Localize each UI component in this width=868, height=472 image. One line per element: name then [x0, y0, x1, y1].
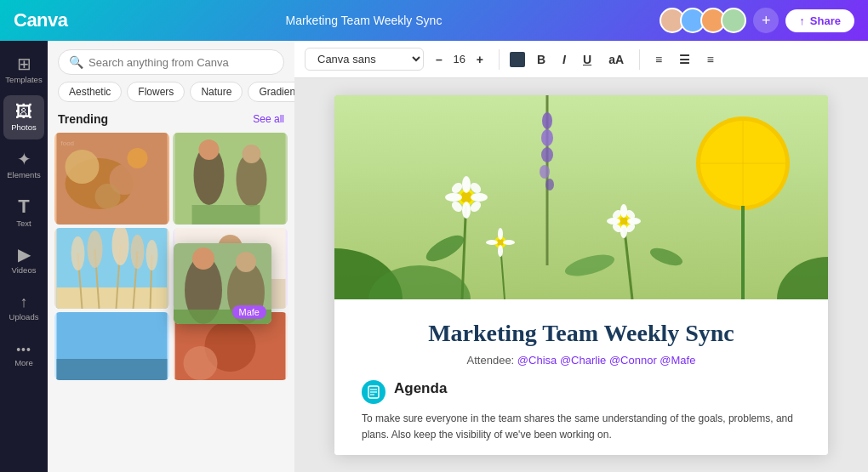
sidebar-label-more: More — [14, 358, 33, 367]
sidebar-item-more[interactable]: ••• More — [3, 333, 44, 378]
photo-grid: food — [48, 133, 294, 472]
photo-thumb-5[interactable] — [173, 228, 288, 309]
svg-point-55 — [540, 165, 550, 179]
text-icon: T — [18, 197, 29, 216]
agenda-content: Agenda — [394, 380, 447, 397]
case-button[interactable]: aA — [603, 49, 629, 70]
svg-point-18 — [131, 235, 145, 269]
sidebar-item-text[interactable]: T Text — [3, 191, 44, 235]
more-icon: ••• — [16, 344, 31, 355]
font-size-control: – 16 + — [431, 49, 488, 70]
search-box[interactable]: 🔍 — [58, 49, 284, 75]
design-canvas: Marketing Team Weekly Sync Attendee: @Ch… — [334, 95, 828, 455]
videos-icon: ▶ — [18, 246, 31, 263]
toolbar: Canva sans – 16 + B I U aA ≡ ☰ ≡ — [294, 41, 868, 78]
photos-search-area: 🔍 — [48, 41, 294, 82]
sidebar-item-elements[interactable]: ✦ Elements — [3, 143, 44, 187]
sidebar-label-elements: Elements — [7, 170, 41, 179]
svg-rect-21 — [57, 359, 168, 380]
topbar-right: + ↑ Share — [660, 8, 854, 33]
photo-col-2 — [173, 133, 288, 472]
share-icon: ↑ — [799, 14, 805, 27]
svg-point-19 — [146, 240, 158, 270]
chip-flowers[interactable]: Flowers — [127, 82, 185, 102]
svg-point-74 — [627, 218, 641, 225]
canvas-area: Marketing Team Weekly Sync Attendee: @Ch… — [294, 78, 868, 472]
canvas-agenda-section: Agenda — [362, 380, 801, 404]
svg-point-62 — [445, 193, 462, 202]
align-center-button[interactable]: ☰ — [674, 49, 695, 70]
templates-icon: ⊞ — [17, 55, 31, 72]
svg-rect-27 — [192, 205, 260, 225]
avatar-group — [660, 8, 746, 33]
toolbar-divider-2 — [639, 49, 640, 70]
underline-button[interactable]: U — [578, 49, 597, 70]
main-layout: ⊞ Templates 🖼 Photos ✦ Elements T Text ▶… — [0, 41, 868, 472]
topbar-left: Canva — [14, 9, 68, 31]
photo-thumb-8[interactable] — [173, 312, 288, 380]
font-size-value: 16 — [451, 53, 468, 65]
svg-point-85 — [503, 240, 515, 245]
font-size-increase[interactable]: + — [471, 49, 488, 70]
canvas-content: Marketing Team Weekly Sync Attendee: @Ch… — [334, 299, 828, 455]
svg-point-83 — [498, 245, 503, 257]
svg-point-73 — [607, 218, 620, 225]
sidebar-item-videos[interactable]: ▶ Videos — [3, 238, 44, 282]
canvas-title: Marketing Team Weekly Sync — [362, 320, 801, 347]
photo-thumb-2[interactable] — [173, 133, 288, 225]
left-sidebar: ⊞ Templates 🖼 Photos ✦ Elements T Text ▶… — [0, 41, 48, 472]
svg-point-54 — [541, 147, 553, 162]
photo-thumb-1[interactable]: food — [54, 133, 169, 225]
italic-button[interactable]: I — [557, 49, 571, 70]
svg-point-34 — [234, 254, 243, 263]
svg-point-59 — [460, 191, 472, 203]
avatar-4 — [721, 8, 746, 33]
svg-point-16 — [88, 230, 103, 268]
photo-thumb-4[interactable] — [54, 228, 169, 309]
font-size-decrease[interactable]: – — [431, 49, 448, 70]
trending-header: Trending See all — [48, 109, 294, 133]
text-color-picker[interactable] — [510, 52, 525, 67]
toolbar-divider-1 — [499, 49, 500, 70]
attendee-label: Attendee: — [467, 354, 515, 367]
svg-point-24 — [199, 139, 220, 160]
sidebar-item-templates[interactable]: ⊞ Templates — [3, 48, 44, 92]
bold-button[interactable]: B — [532, 49, 551, 70]
sidebar-label-uploads: Uploads — [9, 312, 39, 321]
svg-point-84 — [486, 240, 498, 245]
svg-point-33 — [219, 254, 227, 263]
svg-point-72 — [620, 225, 627, 238]
search-input[interactable] — [89, 56, 273, 69]
svg-point-81 — [497, 239, 504, 246]
svg-text:food: food — [61, 139, 75, 147]
svg-point-61 — [462, 202, 471, 219]
add-collaborator-button[interactable]: + — [753, 8, 779, 33]
canvas-hero-image[interactable] — [334, 95, 828, 299]
sidebar-item-uploads[interactable]: ↑ Uploads — [3, 286, 44, 330]
chip-aesthetic[interactable]: Aesthetic — [58, 82, 122, 102]
canva-logo: Canva — [14, 9, 68, 31]
sidebar-label-videos: Videos — [12, 265, 37, 275]
uploads-icon: ↑ — [20, 294, 28, 310]
font-selector[interactable]: Canva sans — [305, 48, 424, 71]
trending-label: Trending — [58, 112, 108, 126]
chip-nature[interactable]: Nature — [190, 82, 243, 102]
chip-gradients[interactable]: Gradients — [248, 82, 294, 102]
sidebar-label-templates: Templates — [5, 75, 42, 84]
photo-col-1: food — [54, 133, 169, 472]
svg-point-56 — [545, 179, 554, 191]
right-area: Canva sans – 16 + B I U aA ≡ ☰ ≡ — [294, 41, 868, 472]
see-all-link[interactable]: See all — [253, 113, 284, 125]
sidebar-item-photos[interactable]: 🖼 Photos — [3, 95, 44, 139]
align-right-button[interactable]: ≡ — [702, 49, 719, 70]
photo-thumb-7[interactable] — [54, 312, 169, 380]
svg-point-82 — [498, 228, 503, 240]
sidebar-label-photos: Photos — [11, 122, 37, 132]
sidebar-label-text: Text — [16, 219, 31, 228]
align-left-button[interactable]: ≡ — [650, 49, 667, 70]
topbar: Canva Marketing Team Weekly Sync + ↑ Sha… — [0, 0, 868, 41]
elements-icon: ✦ — [17, 151, 31, 168]
share-button[interactable]: ↑ Share — [785, 9, 854, 32]
svg-point-15 — [71, 236, 85, 270]
agenda-title: Agenda — [394, 380, 447, 397]
